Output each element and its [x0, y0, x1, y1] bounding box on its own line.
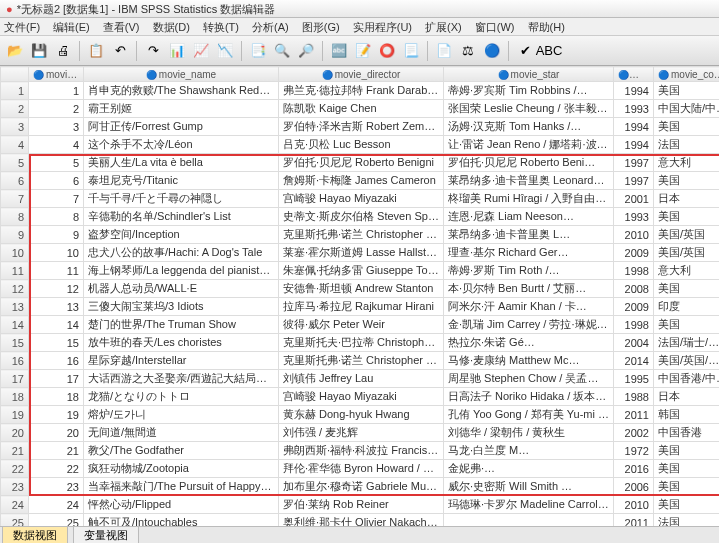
cell[interactable]: 1993: [614, 208, 654, 226]
cell[interactable]: 1988: [614, 388, 654, 406]
toolbar-btn-19[interactable]: ✔: [514, 40, 536, 62]
cell[interactable]: 千与千寻/千と千尋の神隠し: [84, 190, 279, 208]
cell[interactable]: 彼得·威尔 Peter Weir: [279, 316, 444, 334]
cell[interactable]: 中国香港/中国大陆: [654, 370, 720, 388]
cell[interactable]: 20: [29, 424, 84, 442]
cell[interactable]: 金·凯瑞 Jim Carrey / 劳拉·琳妮 Lau…: [444, 316, 614, 334]
cell[interactable]: 盗梦空间/Inception: [84, 226, 279, 244]
menu-transform[interactable]: 转换(T): [203, 21, 239, 33]
cell[interactable]: 8: [29, 208, 84, 226]
cell[interactable]: 7: [29, 190, 84, 208]
table-row[interactable]: 1919熔炉/도가니黄东赫 Dong-hyuk Hwang孔侑 Yoo Gong…: [1, 406, 720, 424]
cell[interactable]: 中国大陆/中国香港: [654, 100, 720, 118]
cell[interactable]: 奥利维·那卡什 Olivier Nakache / 艾力克…: [279, 514, 444, 527]
cell[interactable]: 美国: [654, 496, 720, 514]
toolbar-btn-0[interactable]: 📂: [4, 40, 26, 62]
cell[interactable]: 美国: [654, 316, 720, 334]
cell[interactable]: 美国: [654, 172, 720, 190]
cell[interactable]: 威尔·史密斯 Will Smith …: [444, 478, 614, 496]
cell[interactable]: 2004: [614, 334, 654, 352]
cell[interactable]: 罗伯特·泽米吉斯 Robert Zemeckis: [279, 118, 444, 136]
cell[interactable]: 汤姆·汉克斯 Tom Hanks /…: [444, 118, 614, 136]
cell[interactable]: 莱昂纳多·迪卡普里奥 Leonardo…: [444, 172, 614, 190]
cell[interactable]: 11: [29, 262, 84, 280]
cell[interactable]: 2010: [614, 496, 654, 514]
cell[interactable]: 克里斯托弗·诺兰 Christopher Nolan: [279, 352, 444, 370]
cell[interactable]: 25: [29, 514, 84, 527]
toolbar-btn-16[interactable]: 📄: [433, 40, 455, 62]
toolbar-btn-8[interactable]: 📉: [214, 40, 236, 62]
cell[interactable]: 克里斯托弗·诺兰 Christopher Nolan: [279, 226, 444, 244]
cell[interactable]: 拉库马·希拉尼 Rajkumar Hirani: [279, 298, 444, 316]
toolbar-btn-17[interactable]: ⚖: [457, 40, 479, 62]
column-movie_star[interactable]: 🔵movie_star: [444, 67, 614, 82]
table-row[interactable]: 2424怦然心动/Flipped罗伯·莱纳 Rob Reiner玛德琳·卡罗尔 …: [1, 496, 720, 514]
cell[interactable]: 龙猫/となりのトトロ: [84, 388, 279, 406]
cell[interactable]: 9: [29, 226, 84, 244]
cell[interactable]: 6: [29, 172, 84, 190]
cell[interactable]: 2011: [614, 514, 654, 527]
cell[interactable]: 2: [29, 100, 84, 118]
menu-utilities[interactable]: 实用程序(U): [353, 21, 412, 33]
cell[interactable]: 忠犬八公的故事/Hachi: A Dog's Tale: [84, 244, 279, 262]
toolbar-btn-20[interactable]: ABC: [538, 40, 560, 62]
cell[interactable]: 12: [29, 280, 84, 298]
cell[interactable]: 罗伯·莱纳 Rob Reiner: [279, 496, 444, 514]
cell[interactable]: 22: [29, 460, 84, 478]
cell[interactable]: 教父/The Godfather: [84, 442, 279, 460]
toolbar-btn-7[interactable]: 📈: [190, 40, 212, 62]
cell[interactable]: 2002: [614, 424, 654, 442]
cell[interactable]: 意大利: [654, 154, 720, 172]
cell[interactable]: 法国: [654, 514, 720, 527]
cell[interactable]: 蒂姆·罗宾斯 Tim Robbins /…: [444, 82, 614, 100]
cell[interactable]: 机器人总动员/WALL·E: [84, 280, 279, 298]
cell[interactable]: 陈凯歌 Kaige Chen: [279, 100, 444, 118]
cell[interactable]: 弗兰克·德拉邦特 Frank Darabont: [279, 82, 444, 100]
cell[interactable]: 星际穿越/Interstellar: [84, 352, 279, 370]
cell[interactable]: 23: [29, 478, 84, 496]
cell[interactable]: 美国: [654, 118, 720, 136]
cell[interactable]: 2009: [614, 298, 654, 316]
cell[interactable]: 无间道/無間道: [84, 424, 279, 442]
cell[interactable]: 霸王别姬: [84, 100, 279, 118]
table-row[interactable]: 1717大话西游之大圣娶亲/西遊記大結局之仙…刘镇伟 Jeffrey Lau周星…: [1, 370, 720, 388]
cell[interactable]: 阿米尔·汗 Aamir Khan / 卡…: [444, 298, 614, 316]
cell[interactable]: 罗伯托·贝尼尼 Roberto Beni…: [444, 154, 614, 172]
cell[interactable]: 16: [29, 352, 84, 370]
menu-window[interactable]: 窗口(W): [475, 21, 515, 33]
cell[interactable]: 克里斯托夫·巴拉蒂 Christophe Barratier: [279, 334, 444, 352]
cell[interactable]: 刘镇伟 Jeffrey Lau: [279, 370, 444, 388]
toolbar-btn-14[interactable]: ⭕: [376, 40, 398, 62]
table-row[interactable]: 88辛德勒的名单/Schindler's List史蒂文·斯皮尔伯格 Steve…: [1, 208, 720, 226]
cell[interactable]: 玛德琳·卡罗尔 Madeline Carroll / 卡…: [444, 496, 614, 514]
cell[interactable]: 肖申克的救赎/The Shawshank Redemp…: [84, 82, 279, 100]
cell[interactable]: 让·雷诺 Jean Reno / 娜塔莉·波特曼…: [444, 136, 614, 154]
cell[interactable]: 美国/英国/加拿大/冰岛: [654, 352, 720, 370]
cell[interactable]: 17: [29, 370, 84, 388]
toolbar-btn-12[interactable]: 🔤: [328, 40, 350, 62]
toolbar-btn-15[interactable]: 📃: [400, 40, 422, 62]
cell[interactable]: 1997: [614, 172, 654, 190]
cell[interactable]: 热拉尔·朱诺 Gé…: [444, 334, 614, 352]
cell[interactable]: 宫崎骏 Hayao Miyazaki: [279, 190, 444, 208]
cell[interactable]: 连恩·尼森 Liam Neeson…: [444, 208, 614, 226]
cell[interactable]: 熔炉/도가니: [84, 406, 279, 424]
cell[interactable]: 美国: [654, 460, 720, 478]
cell[interactable]: 吕克·贝松 Luc Besson: [279, 136, 444, 154]
cell[interactable]: 怦然心动/Flipped: [84, 496, 279, 514]
tab-data-view[interactable]: 数据视图: [2, 526, 68, 543]
table-row[interactable]: 33阿甘正传/Forrest Gump罗伯特·泽米吉斯 Robert Zemec…: [1, 118, 720, 136]
cell[interactable]: 美丽人生/La vita è bella: [84, 154, 279, 172]
cell[interactable]: 大话西游之大圣娶亲/西遊記大結局之仙…: [84, 370, 279, 388]
table-row[interactable]: 2121教父/The Godfather弗朗西斯·福特·科波拉 Francis …: [1, 442, 720, 460]
cell[interactable]: 日本: [654, 388, 720, 406]
cell[interactable]: 宫崎骏 Hayao Miyazaki: [279, 388, 444, 406]
cell[interactable]: 疯狂动物城/Zootopia: [84, 460, 279, 478]
menu-view[interactable]: 查看(V): [103, 21, 140, 33]
cell[interactable]: 14: [29, 316, 84, 334]
cell[interactable]: 安德鲁·斯坦顿 Andrew Stanton: [279, 280, 444, 298]
cell[interactable]: 放牛班的春天/Les choristes: [84, 334, 279, 352]
table-row[interactable]: 1111海上钢琴师/La leggenda del pianista su…朱塞…: [1, 262, 720, 280]
cell[interactable]: 美国: [654, 442, 720, 460]
cell[interactable]: 2009: [614, 244, 654, 262]
